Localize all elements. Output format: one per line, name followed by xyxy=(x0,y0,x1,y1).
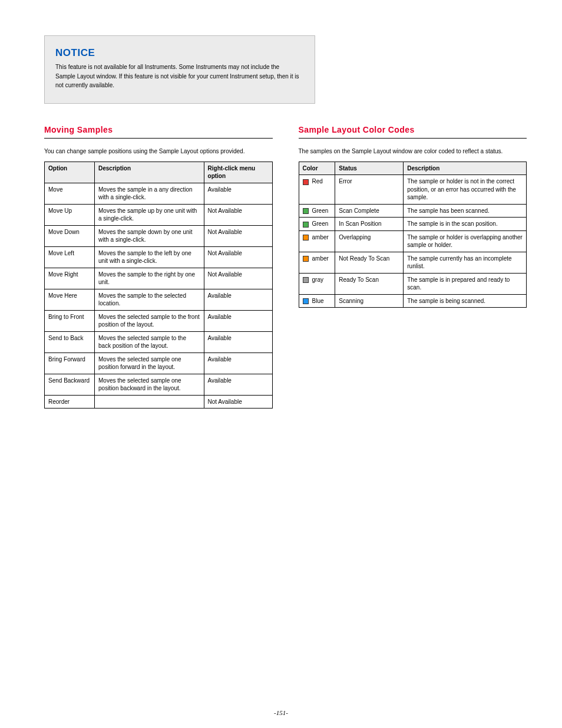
cell-color: amber xyxy=(299,252,335,273)
color-label: Green xyxy=(312,207,329,214)
cell-rightclick: Not Available xyxy=(204,246,272,268)
table-row: BlueScanningThe sample is being scanned. xyxy=(299,294,527,308)
notice-body: This feature is not available for all In… xyxy=(55,62,300,90)
cell-rightclick: Not Available xyxy=(204,395,272,409)
right-intro: The samples on the Sample Layout window … xyxy=(299,147,527,156)
cell-status: Error xyxy=(335,175,404,205)
cell-option: Move Down xyxy=(45,225,95,246)
cell-description: Moves the selected sample to the back po… xyxy=(95,331,204,353)
cell-status: Overlapping xyxy=(335,230,404,252)
table-row: GreenIn Scan PositionThe sample is in th… xyxy=(299,218,527,231)
cell-status: In Scan Position xyxy=(335,218,404,231)
color-label: Red xyxy=(312,178,323,185)
cell-rightclick: Available xyxy=(204,374,272,395)
cell-option: Bring to Front xyxy=(45,310,95,331)
cell-option: Send Backward xyxy=(45,374,95,395)
cell-description: Moves the sample down by one unit with a… xyxy=(95,225,204,246)
left-intro: You can change sample positions using th… xyxy=(44,147,273,156)
orange-square-icon xyxy=(303,235,309,241)
cell-description: The sample or holder is not in the corre… xyxy=(404,175,527,205)
cell-description: The sample or holder is overlapping anot… xyxy=(404,230,527,252)
cell-color: Green xyxy=(299,218,335,231)
cell-description: The sample is being scanned. xyxy=(404,294,527,308)
th-description: Description xyxy=(95,162,204,183)
cell-description: Moves the sample in a any direction with… xyxy=(95,183,204,204)
table-row: amberOverlappingThe sample or holder is … xyxy=(299,230,527,252)
table-row: Move RightMoves the sample to the right … xyxy=(45,268,273,289)
cell-description: The sample is in prepared and ready to s… xyxy=(404,273,527,294)
cell-option: Move Up xyxy=(45,204,95,225)
page-number: -151- xyxy=(0,709,562,716)
color-label: amber xyxy=(312,255,329,262)
table-row: Move UpMoves the sample up by one unit w… xyxy=(45,204,273,225)
cell-rightclick: Not Available xyxy=(204,225,272,246)
table-row: amberNot Ready To ScanThe sample current… xyxy=(299,252,527,273)
table-row: grayReady To ScanThe sample is in prepar… xyxy=(299,273,527,294)
table-row: RedErrorThe sample or holder is not in t… xyxy=(299,175,527,205)
color-label: Green xyxy=(312,220,329,227)
table-row: MoveMoves the sample in a any direction … xyxy=(45,183,273,204)
th-color: Color xyxy=(299,162,335,175)
table-row: Bring ForwardMoves the selected sample o… xyxy=(45,353,273,374)
cell-description: Moves the sample to the right by one uni… xyxy=(95,268,204,289)
table-row: GreenScan CompleteThe sample has been sc… xyxy=(299,204,527,218)
color-label: gray xyxy=(312,276,323,283)
table-row: Color Status Description xyxy=(299,162,527,175)
table-row: Move HereMoves the sample to the selecte… xyxy=(45,289,273,310)
cell-rightclick: Not Available xyxy=(204,268,272,289)
green-square-icon xyxy=(303,208,309,214)
cell-rightclick: Available xyxy=(204,310,272,331)
cell-description: Moves the selected sample one position b… xyxy=(95,374,204,395)
cell-option: Send to Back xyxy=(45,331,95,353)
cell-description: The sample is in the scan position. xyxy=(404,218,527,231)
cell-description: The sample currently has an incomplete r… xyxy=(404,252,527,273)
cell-rightclick: Available xyxy=(204,331,272,353)
cell-status: Not Ready To Scan xyxy=(335,252,404,273)
cell-description: Moves the sample to the left by one unit… xyxy=(95,246,204,268)
cell-option: Move xyxy=(45,183,95,204)
cell-description: Moves the selected sample to the front p… xyxy=(95,310,204,331)
cell-color: Red xyxy=(299,175,335,205)
cell-color: Blue xyxy=(299,294,335,308)
left-title: Moving Samples xyxy=(44,125,273,136)
notice-heading: NOTICE xyxy=(55,47,300,59)
gray-square-icon xyxy=(303,277,309,283)
cell-rightclick: Available xyxy=(204,353,272,374)
table-row: Option Description Right-click menu opti… xyxy=(45,162,273,183)
th-option: Option xyxy=(45,162,95,183)
cell-status: Scanning xyxy=(335,294,404,308)
table-row: Send to BackMoves the selected sample to… xyxy=(45,331,273,353)
color-label: Blue xyxy=(312,298,324,304)
th-description: Description xyxy=(404,162,527,175)
cell-status: Ready To Scan xyxy=(335,273,404,294)
cell-description: The sample has been scanned. xyxy=(404,204,527,218)
table-row: Bring to FrontMoves the selected sample … xyxy=(45,310,273,331)
cell-option: Bring Forward xyxy=(45,353,95,374)
blue-square-icon xyxy=(303,298,309,304)
cell-option: Move Right xyxy=(45,268,95,289)
table-row: Send BackwardMoves the selected sample o… xyxy=(45,374,273,395)
cell-color: gray xyxy=(299,273,335,294)
red-square-icon xyxy=(303,179,309,185)
orange-square-icon xyxy=(303,256,309,262)
cell-description xyxy=(95,395,204,409)
cell-status: Scan Complete xyxy=(335,204,404,218)
right-title: Sample Layout Color Codes xyxy=(299,125,527,136)
cell-description: Moves the sample up by one unit with a s… xyxy=(95,204,204,225)
left-rule xyxy=(44,138,273,139)
cell-option: Move Left xyxy=(45,246,95,268)
cell-rightclick: Not Available xyxy=(204,204,272,225)
table-row: ReorderNot Available xyxy=(45,395,273,409)
table-row: Move LeftMoves the sample to the left by… xyxy=(45,246,273,268)
cell-color: amber xyxy=(299,230,335,252)
notice-box: NOTICE This feature is not available for… xyxy=(44,35,315,104)
moving-samples-table: Option Description Right-click menu opti… xyxy=(44,162,273,409)
column-right: Sample Layout Color Codes The samples on… xyxy=(299,125,527,409)
cell-option: Reorder xyxy=(45,395,95,409)
cell-description: Moves the selected sample one position f… xyxy=(95,353,204,374)
cell-rightclick: Available xyxy=(204,183,272,204)
cell-description: Moves the sample to the selected locatio… xyxy=(95,289,204,310)
column-left: Moving Samples You can change sample pos… xyxy=(44,125,273,409)
right-rule xyxy=(299,138,527,139)
th-status: Status xyxy=(335,162,404,175)
